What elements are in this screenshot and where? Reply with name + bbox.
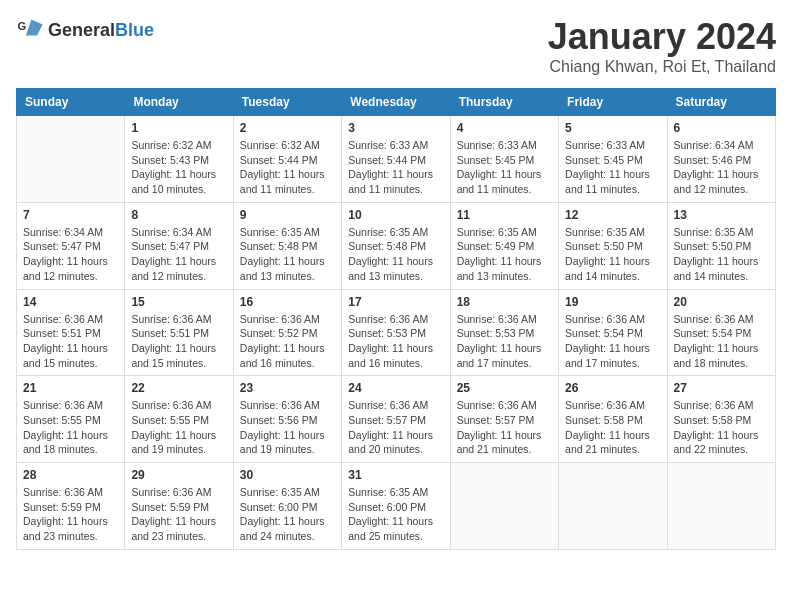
calendar-cell: 6Sunrise: 6:34 AM Sunset: 5:46 PM Daylig… bbox=[667, 116, 775, 203]
column-header-tuesday: Tuesday bbox=[233, 89, 341, 116]
day-info: Sunrise: 6:35 AM Sunset: 5:48 PM Dayligh… bbox=[240, 225, 335, 284]
day-info: Sunrise: 6:35 AM Sunset: 6:00 PM Dayligh… bbox=[240, 485, 335, 544]
column-header-saturday: Saturday bbox=[667, 89, 775, 116]
day-number: 26 bbox=[565, 381, 660, 395]
calendar-cell: 4Sunrise: 6:33 AM Sunset: 5:45 PM Daylig… bbox=[450, 116, 558, 203]
day-number: 30 bbox=[240, 468, 335, 482]
calendar-cell: 7Sunrise: 6:34 AM Sunset: 5:47 PM Daylig… bbox=[17, 202, 125, 289]
week-row-3: 14Sunrise: 6:36 AM Sunset: 5:51 PM Dayli… bbox=[17, 289, 776, 376]
day-number: 11 bbox=[457, 208, 552, 222]
page-header: G GeneralBlue January 2024 Chiang Khwan,… bbox=[16, 16, 776, 76]
calendar-cell: 10Sunrise: 6:35 AM Sunset: 5:48 PM Dayli… bbox=[342, 202, 450, 289]
day-info: Sunrise: 6:35 AM Sunset: 5:48 PM Dayligh… bbox=[348, 225, 443, 284]
calendar-cell: 3Sunrise: 6:33 AM Sunset: 5:44 PM Daylig… bbox=[342, 116, 450, 203]
calendar-cell: 16Sunrise: 6:36 AM Sunset: 5:52 PM Dayli… bbox=[233, 289, 341, 376]
day-info: Sunrise: 6:36 AM Sunset: 5:57 PM Dayligh… bbox=[457, 398, 552, 457]
calendar-cell: 28Sunrise: 6:36 AM Sunset: 5:59 PM Dayli… bbox=[17, 463, 125, 550]
day-number: 5 bbox=[565, 121, 660, 135]
day-number: 12 bbox=[565, 208, 660, 222]
calendar-cell: 30Sunrise: 6:35 AM Sunset: 6:00 PM Dayli… bbox=[233, 463, 341, 550]
calendar-cell: 31Sunrise: 6:35 AM Sunset: 6:00 PM Dayli… bbox=[342, 463, 450, 550]
day-number: 6 bbox=[674, 121, 769, 135]
title-area: January 2024 Chiang Khwan, Roi Et, Thail… bbox=[548, 16, 776, 76]
week-row-2: 7Sunrise: 6:34 AM Sunset: 5:47 PM Daylig… bbox=[17, 202, 776, 289]
day-info: Sunrise: 6:36 AM Sunset: 5:59 PM Dayligh… bbox=[131, 485, 226, 544]
day-info: Sunrise: 6:36 AM Sunset: 5:53 PM Dayligh… bbox=[457, 312, 552, 371]
calendar-cell: 1Sunrise: 6:32 AM Sunset: 5:43 PM Daylig… bbox=[125, 116, 233, 203]
calendar-cell: 13Sunrise: 6:35 AM Sunset: 5:50 PM Dayli… bbox=[667, 202, 775, 289]
calendar-cell: 26Sunrise: 6:36 AM Sunset: 5:58 PM Dayli… bbox=[559, 376, 667, 463]
calendar-cell: 17Sunrise: 6:36 AM Sunset: 5:53 PM Dayli… bbox=[342, 289, 450, 376]
column-header-monday: Monday bbox=[125, 89, 233, 116]
day-number: 27 bbox=[674, 381, 769, 395]
calendar-table: SundayMondayTuesdayWednesdayThursdayFrid… bbox=[16, 88, 776, 550]
day-info: Sunrise: 6:36 AM Sunset: 5:57 PM Dayligh… bbox=[348, 398, 443, 457]
calendar-cell: 20Sunrise: 6:36 AM Sunset: 5:54 PM Dayli… bbox=[667, 289, 775, 376]
calendar-cell: 27Sunrise: 6:36 AM Sunset: 5:58 PM Dayli… bbox=[667, 376, 775, 463]
week-row-4: 21Sunrise: 6:36 AM Sunset: 5:55 PM Dayli… bbox=[17, 376, 776, 463]
calendar-cell: 29Sunrise: 6:36 AM Sunset: 5:59 PM Dayli… bbox=[125, 463, 233, 550]
day-number: 4 bbox=[457, 121, 552, 135]
calendar-cell: 2Sunrise: 6:32 AM Sunset: 5:44 PM Daylig… bbox=[233, 116, 341, 203]
day-number: 20 bbox=[674, 295, 769, 309]
day-number: 10 bbox=[348, 208, 443, 222]
calendar-cell: 15Sunrise: 6:36 AM Sunset: 5:51 PM Dayli… bbox=[125, 289, 233, 376]
calendar-cell: 18Sunrise: 6:36 AM Sunset: 5:53 PM Dayli… bbox=[450, 289, 558, 376]
calendar-cell: 21Sunrise: 6:36 AM Sunset: 5:55 PM Dayli… bbox=[17, 376, 125, 463]
calendar-cell: 14Sunrise: 6:36 AM Sunset: 5:51 PM Dayli… bbox=[17, 289, 125, 376]
week-row-5: 28Sunrise: 6:36 AM Sunset: 5:59 PM Dayli… bbox=[17, 463, 776, 550]
day-info: Sunrise: 6:36 AM Sunset: 5:59 PM Dayligh… bbox=[23, 485, 118, 544]
day-info: Sunrise: 6:35 AM Sunset: 5:49 PM Dayligh… bbox=[457, 225, 552, 284]
day-info: Sunrise: 6:36 AM Sunset: 5:55 PM Dayligh… bbox=[131, 398, 226, 457]
location-subtitle: Chiang Khwan, Roi Et, Thailand bbox=[548, 58, 776, 76]
calendar-cell: 11Sunrise: 6:35 AM Sunset: 5:49 PM Dayli… bbox=[450, 202, 558, 289]
day-number: 1 bbox=[131, 121, 226, 135]
day-info: Sunrise: 6:35 AM Sunset: 5:50 PM Dayligh… bbox=[674, 225, 769, 284]
day-info: Sunrise: 6:32 AM Sunset: 5:44 PM Dayligh… bbox=[240, 138, 335, 197]
calendar-cell: 9Sunrise: 6:35 AM Sunset: 5:48 PM Daylig… bbox=[233, 202, 341, 289]
day-info: Sunrise: 6:36 AM Sunset: 5:51 PM Dayligh… bbox=[131, 312, 226, 371]
day-number: 17 bbox=[348, 295, 443, 309]
column-header-thursday: Thursday bbox=[450, 89, 558, 116]
day-number: 29 bbox=[131, 468, 226, 482]
calendar-cell bbox=[450, 463, 558, 550]
day-number: 18 bbox=[457, 295, 552, 309]
logo-text-general: General bbox=[48, 20, 115, 40]
month-title: January 2024 bbox=[548, 16, 776, 58]
svg-marker-1 bbox=[26, 20, 43, 36]
day-number: 23 bbox=[240, 381, 335, 395]
svg-text:G: G bbox=[17, 20, 26, 32]
calendar-cell bbox=[17, 116, 125, 203]
calendar-cell: 25Sunrise: 6:36 AM Sunset: 5:57 PM Dayli… bbox=[450, 376, 558, 463]
day-number: 24 bbox=[348, 381, 443, 395]
day-number: 14 bbox=[23, 295, 118, 309]
day-info: Sunrise: 6:33 AM Sunset: 5:44 PM Dayligh… bbox=[348, 138, 443, 197]
day-number: 28 bbox=[23, 468, 118, 482]
calendar-header-row: SundayMondayTuesdayWednesdayThursdayFrid… bbox=[17, 89, 776, 116]
calendar-cell: 22Sunrise: 6:36 AM Sunset: 5:55 PM Dayli… bbox=[125, 376, 233, 463]
calendar-cell: 24Sunrise: 6:36 AM Sunset: 5:57 PM Dayli… bbox=[342, 376, 450, 463]
day-info: Sunrise: 6:36 AM Sunset: 5:52 PM Dayligh… bbox=[240, 312, 335, 371]
day-info: Sunrise: 6:36 AM Sunset: 5:53 PM Dayligh… bbox=[348, 312, 443, 371]
day-info: Sunrise: 6:34 AM Sunset: 5:47 PM Dayligh… bbox=[23, 225, 118, 284]
column-header-sunday: Sunday bbox=[17, 89, 125, 116]
calendar-cell bbox=[667, 463, 775, 550]
column-header-friday: Friday bbox=[559, 89, 667, 116]
day-number: 31 bbox=[348, 468, 443, 482]
calendar-cell: 12Sunrise: 6:35 AM Sunset: 5:50 PM Dayli… bbox=[559, 202, 667, 289]
calendar-cell: 19Sunrise: 6:36 AM Sunset: 5:54 PM Dayli… bbox=[559, 289, 667, 376]
calendar-cell: 5Sunrise: 6:33 AM Sunset: 5:45 PM Daylig… bbox=[559, 116, 667, 203]
week-row-1: 1Sunrise: 6:32 AM Sunset: 5:43 PM Daylig… bbox=[17, 116, 776, 203]
day-number: 25 bbox=[457, 381, 552, 395]
day-info: Sunrise: 6:35 AM Sunset: 5:50 PM Dayligh… bbox=[565, 225, 660, 284]
day-number: 13 bbox=[674, 208, 769, 222]
day-info: Sunrise: 6:36 AM Sunset: 5:58 PM Dayligh… bbox=[565, 398, 660, 457]
day-number: 21 bbox=[23, 381, 118, 395]
day-info: Sunrise: 6:36 AM Sunset: 5:54 PM Dayligh… bbox=[674, 312, 769, 371]
column-header-wednesday: Wednesday bbox=[342, 89, 450, 116]
day-info: Sunrise: 6:34 AM Sunset: 5:46 PM Dayligh… bbox=[674, 138, 769, 197]
day-number: 15 bbox=[131, 295, 226, 309]
day-number: 3 bbox=[348, 121, 443, 135]
logo-text-blue: Blue bbox=[115, 20, 154, 40]
day-number: 2 bbox=[240, 121, 335, 135]
